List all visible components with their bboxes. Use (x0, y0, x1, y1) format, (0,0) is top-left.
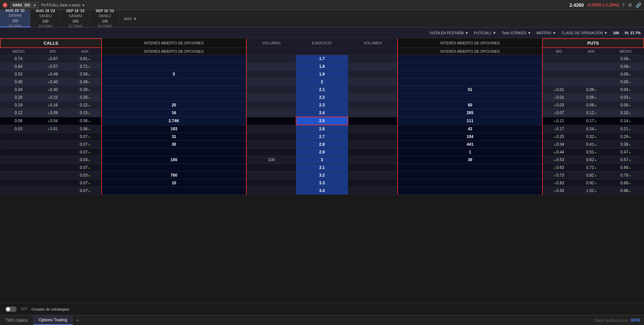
tab-options-trading[interactable]: Options Trading (34, 315, 73, 325)
table-row[interactable]: 0.07●302.8441●0.340.41●0.38● (0, 141, 644, 148)
volumen-header: VOLUMEN (246, 39, 296, 48)
puts-bid: ●0.34 (542, 141, 575, 148)
calls-ask: 0.07● (69, 164, 102, 172)
puts-interes: 1 (398, 148, 543, 156)
table-row[interactable]: 0.34●0.300.39●2.151●0.010.08●0.04● (0, 86, 644, 94)
puts-ask: 0.32● (575, 133, 607, 141)
volumen-puts-header: VOLUMEN (348, 39, 398, 48)
table-row[interactable]: 0.03●0.010.06●1932.643●0.170.24●0.21● (0, 125, 644, 133)
calls-interes-header: INTERÉS ABIERTO DE OPCIONES (102, 39, 247, 48)
table-row[interactable]: 0.07●2.91●0.440.51●0.47● (0, 148, 644, 156)
puts-interes (398, 71, 543, 78)
puts-bid (542, 71, 575, 78)
mas-arrow: ▼ (133, 17, 137, 21)
puts-ask: 0.12● (575, 109, 607, 117)
tab-add-button[interactable]: + (73, 315, 82, 325)
estrategias-toggle[interactable] (5, 307, 17, 312)
table-row[interactable]: 0.07●3.1●0.630.72●0.68● (0, 164, 644, 172)
ejercicio-cell: 3.4 (296, 187, 348, 195)
table-row[interactable]: 0.07●3.4●0.931.02●0.98● (0, 187, 644, 195)
puts-volumen (348, 141, 398, 148)
table-row[interactable]: 0.26●0.220.30●2.2●0.010.06●0.03● (0, 94, 644, 101)
calls-medio: 0.06 (0, 117, 37, 125)
puts-interes (398, 94, 543, 101)
meffrv-selector[interactable]: MEFFRV▼ (536, 31, 556, 35)
vista-selector[interactable]: VISTA EN PESTAÑA▼ (430, 31, 469, 35)
gear-icon[interactable]: ⚙ (628, 2, 632, 8)
puts-medio: 0.38● (607, 141, 644, 148)
clase-selector[interactable]: CLASE DE OPERACIÓN▼ (562, 31, 607, 35)
ejercicio-cell: 1.7 (296, 55, 348, 63)
expiry-tab-1[interactable]: AUG 19 '22 SANEU 100 24 DÍAS (31, 10, 61, 27)
mas-button[interactable]: MÁS ▼ (120, 10, 141, 27)
table-row[interactable]: 0.45●0.400.49●20.08● (0, 78, 644, 86)
calls-ask: 0.06● (69, 125, 102, 133)
calls-medio (0, 156, 37, 164)
expiry-tab-0[interactable]: AUG 19 '22 SANAM 100 24 DÍAS (0, 10, 31, 27)
table-row[interactable]: 0.06●0.040.08●2.74K2.5111●0.110.17●0.14● (0, 117, 644, 125)
calls-interes (102, 86, 247, 94)
table-row[interactable]: 0.07●312.7104●0.250.32●0.29● (0, 133, 644, 141)
puts-medio: 0.06● (607, 101, 644, 109)
puts-medio: 0.08● (607, 71, 644, 78)
table-row[interactable]: 0.74●0.670.81●1.70.08● (0, 55, 644, 63)
calls-medio: 0.26 (0, 94, 37, 101)
help-icon[interactable]: ? (622, 2, 625, 8)
puts-medio: 0.14● (607, 117, 644, 125)
calls-bid: ●0.49 (37, 71, 69, 78)
calls-ask: 0.15● (69, 109, 102, 117)
puts-volumen (348, 63, 398, 71)
ejercicio-cell: 2.9 (296, 148, 348, 156)
puts-bid: ●0.17 (542, 125, 575, 133)
calls-interes: 760 (102, 172, 247, 179)
ask-col-header: ASK (69, 48, 102, 55)
interes-puts-sub-header: INTERÉS ABIERTO DE OPCIONES (398, 48, 543, 55)
ticker-badge[interactable]: SAN1 BM ▼ (10, 2, 39, 8)
table-row[interactable]: 0.03●165100339●0.530.62●0.57● (0, 156, 644, 164)
puts-volumen (348, 86, 398, 94)
toolbar: VISTA EN PESTAÑA▼ PUT/CALL▼ Todo STRIKES… (0, 28, 644, 38)
table-row[interactable]: 0.53●0.490.58●51.90.08● (0, 71, 644, 78)
calls-ask: 0.22● (69, 101, 102, 109)
puts-volumen (348, 94, 398, 101)
table-row[interactable]: 0.12●0.090.15●162.4265●0.070.12●0.10● (0, 109, 644, 117)
expiry-tab-2[interactable]: SEP 16 '22 SANAM 100 52 DÍAS (61, 10, 90, 27)
table-row[interactable]: 0.03●7603.2●0.730.82●0.78● (0, 172, 644, 179)
table-row[interactable]: 0.19●0.160.22●202.360●0.030.08●0.06● (0, 101, 644, 109)
putcall-selector[interactable]: PUT/CALL (lado a lado) ▼ (41, 3, 85, 7)
calls-medio (0, 179, 37, 187)
close-button[interactable]: × (3, 3, 7, 7)
puts-interes (398, 78, 543, 86)
link-icon[interactable]: 🔗 (636, 2, 641, 8)
calls-medio: 0.45 (0, 78, 37, 86)
calls-ask: 0.81● (69, 55, 102, 63)
calls-volumen (246, 179, 296, 187)
calls-bid (37, 179, 69, 187)
table-row[interactable]: 0.07●103.3●0.830.92●0.88● (0, 179, 644, 187)
putcall-toolbar[interactable]: PUT/CALL▼ (474, 31, 496, 35)
puts-interes (398, 179, 543, 187)
puts-volumen (348, 156, 398, 164)
puts-interes-header: INTERÉS ABIERTO DE OPCIONES (398, 39, 543, 48)
calls-bid: ●0.01 (37, 125, 69, 133)
calls-interes: 16 (102, 109, 247, 117)
puts-section-header: PUTS (542, 39, 644, 48)
puts-ask: 0.08● (575, 101, 607, 109)
ejercicio-cell: 2.4 (296, 109, 348, 117)
tab-tws-clasica[interactable]: TWS clásica (0, 315, 34, 325)
calls-volumen (246, 141, 296, 148)
tabs-bar: TWS clásica Options Trading + Datos faci… (0, 315, 644, 325)
calls-medio (0, 148, 37, 156)
calls-bid: ●0.67 (37, 55, 69, 63)
estrategias-label: Creador de estrategias (32, 307, 69, 311)
calls-bid: ●0.16 (37, 101, 69, 109)
calls-bid: ●0.40 (37, 78, 69, 86)
table-row[interactable]: 0.64●0.570.71●1.80.08● (0, 63, 644, 71)
puts-ask: 1.02● (575, 187, 607, 195)
calls-bid (37, 156, 69, 164)
strikes-selector[interactable]: Todo STRIKES▼ (502, 31, 531, 35)
puts-interes: 60 (398, 101, 543, 109)
puts-ask: 0.17● (575, 117, 607, 125)
puts-volumen (348, 101, 398, 109)
expiry-tab-3[interactable]: SEP 16 '22 SANEU 100 52 DÍAS (90, 10, 120, 27)
